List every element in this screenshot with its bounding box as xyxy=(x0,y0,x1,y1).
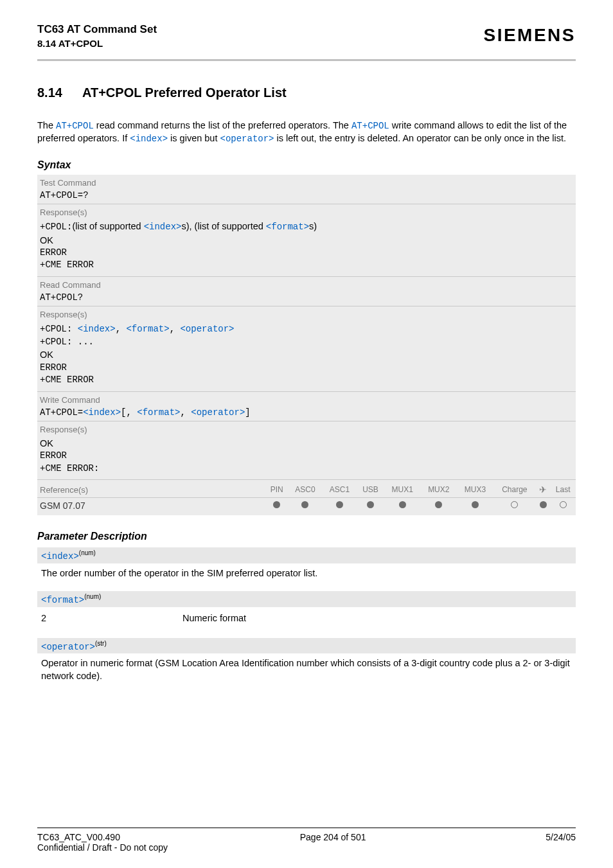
reference-table: Reference(s) PIN ASC0 ASC1 USB MUX1 MUX2… xyxy=(37,482,576,513)
col-airplane-icon: ✈ xyxy=(536,482,550,498)
parameter-description-heading: Parameter Description xyxy=(37,531,576,542)
write-command-block: Write Command AT+CPOL=<index>[, <format>… xyxy=(37,392,576,421)
format-val: Numeric format xyxy=(182,612,246,625)
token-format[interactable]: <format> xyxy=(137,407,180,418)
col-last: Last xyxy=(550,482,576,498)
col-asc1: ASC1 xyxy=(323,482,357,498)
dot-asc0 xyxy=(288,498,322,514)
reference-value-row: GSM 07.07 xyxy=(37,498,576,514)
label-read-command: Read Command xyxy=(37,279,576,291)
token-index[interactable]: <index> xyxy=(144,222,182,232)
footer-divider xyxy=(37,828,576,828)
test-command: AT+CPOL=? xyxy=(37,189,576,202)
reference-block: Reference(s) PIN ASC0 ASC1 USB MUX1 MUX2… xyxy=(37,480,576,515)
col-charge: Charge xyxy=(493,482,536,498)
dot-filled-icon xyxy=(399,501,406,508)
read-response: +CPOL: <index>, <format>, <operator> +CP… xyxy=(37,321,576,389)
test-response-block: Response(s) +CPOL:(list of supported <in… xyxy=(37,204,576,277)
token-format[interactable]: <format> xyxy=(126,324,169,334)
footer-confidential: Confidential / Draft - Do not copy xyxy=(37,842,576,853)
col-pin: PIN xyxy=(265,482,288,498)
footer-left: TC63_ATC_V00.490 xyxy=(37,832,120,842)
param-operator-desc: Operator in numeric format (GSM Location… xyxy=(37,656,576,689)
col-asc0: ASC0 xyxy=(288,482,322,498)
doc-title: TC63 AT Command Set xyxy=(37,22,157,37)
token-operator[interactable]: <operator> xyxy=(180,324,234,334)
type-str: (str) xyxy=(95,640,107,647)
col-usb: USB xyxy=(357,482,384,498)
dot-mux3 xyxy=(457,498,493,514)
token-index[interactable]: <index> xyxy=(78,324,116,334)
write-response: OK ERROR +CME ERROR: xyxy=(37,436,576,477)
syntax-heading: Syntax xyxy=(37,159,576,171)
token-format[interactable]: <format> xyxy=(41,595,84,605)
token-format[interactable]: <format> xyxy=(266,222,309,232)
section-title: AT+CPOL Preferred Operator List xyxy=(82,85,287,100)
dot-filled-icon xyxy=(472,501,479,508)
dot-filled-icon xyxy=(301,501,308,508)
token-index[interactable]: <index> xyxy=(83,407,121,418)
reference-value: GSM 07.07 xyxy=(37,498,265,514)
dot-pin xyxy=(265,498,288,514)
read-response-block: Response(s) +CPOL: <index>, <format>, <o… xyxy=(37,306,576,392)
token-operator[interactable]: <operator> xyxy=(41,641,95,651)
param-format-header: <format>(num) xyxy=(37,591,576,607)
token-index[interactable]: <index> xyxy=(130,134,168,144)
read-command-block: Read Command AT+CPOL? xyxy=(37,277,576,306)
write-response-block: Response(s) OK ERROR +CME ERROR: xyxy=(37,421,576,480)
page-header: TC63 AT Command Set 8.14 AT+CPOL SIEMENS xyxy=(37,22,576,57)
param-index-header: <index>(num) xyxy=(37,547,576,563)
dot-mux1 xyxy=(384,498,421,514)
link-atcpol[interactable]: AT+CPOL xyxy=(351,121,389,131)
dot-usb xyxy=(357,498,384,514)
token-index[interactable]: <index> xyxy=(41,551,79,562)
dot-asc1 xyxy=(323,498,357,514)
dot-filled-icon xyxy=(336,501,343,508)
reference-header-row: Reference(s) PIN ASC0 ASC1 USB MUX1 MUX2… xyxy=(37,482,576,498)
section-heading: 8.14AT+CPOL Preferred Operator List xyxy=(37,85,576,100)
token-operator[interactable]: <operator> xyxy=(220,134,274,144)
footer-center: Page 204 of 501 xyxy=(300,832,366,842)
brand-logo: SIEMENS xyxy=(483,25,576,46)
link-atcpol[interactable]: AT+CPOL xyxy=(56,121,94,131)
token-operator[interactable]: <operator> xyxy=(191,407,245,418)
label-responses: Response(s) xyxy=(37,206,576,218)
reference-label: Reference(s) xyxy=(37,482,265,498)
doc-subtitle: 8.14 AT+CPOL xyxy=(37,37,157,50)
page: TC63 AT Command Set 8.14 AT+CPOL SIEMENS… xyxy=(0,0,613,868)
test-command-block: Test Command AT+CPOL=? xyxy=(37,175,576,204)
header-left: TC63 AT Command Set 8.14 AT+CPOL xyxy=(37,22,157,50)
col-mux2: MUX2 xyxy=(421,482,458,498)
param-format-row: 2 Numeric format xyxy=(37,610,576,633)
dot-filled-icon xyxy=(435,501,442,508)
dot-filled-icon xyxy=(273,501,280,508)
syntax-box: Test Command AT+CPOL=? Response(s) +CPOL… xyxy=(37,175,576,515)
header-divider xyxy=(37,59,576,61)
section-number: 8.14 xyxy=(37,85,82,100)
label-test-command: Test Command xyxy=(37,177,576,189)
dot-open-icon xyxy=(511,501,518,508)
dot-filled-icon xyxy=(367,501,374,508)
label-responses: Response(s) xyxy=(37,423,576,436)
param-operator-header: <operator>(str) xyxy=(37,638,576,654)
write-command: AT+CPOL=<index>[, <format>, <operator>] xyxy=(37,406,576,419)
intro-paragraph: The AT+CPOL read command returns the lis… xyxy=(37,120,576,145)
type-num: (num) xyxy=(84,593,101,600)
label-write-command: Write Command xyxy=(37,394,576,406)
test-response: +CPOL:(list of supported <index>s), (lis… xyxy=(37,218,576,274)
param-index-desc: The order number of the operator in the … xyxy=(37,566,576,587)
type-num: (num) xyxy=(79,549,96,556)
footer-right: 5/24/05 xyxy=(546,832,576,842)
format-key: 2 xyxy=(41,612,182,625)
col-mux3: MUX3 xyxy=(457,482,493,498)
dot-airplane xyxy=(536,498,550,514)
dot-open-icon xyxy=(560,501,567,508)
page-footer: TC63_ATC_V00.490 Page 204 of 501 5/24/05… xyxy=(37,823,576,853)
label-responses: Response(s) xyxy=(37,308,576,321)
col-mux1: MUX1 xyxy=(384,482,421,498)
dot-mux2 xyxy=(421,498,458,514)
read-command: AT+CPOL? xyxy=(37,291,576,304)
dot-charge xyxy=(493,498,536,514)
dot-filled-icon xyxy=(540,501,547,508)
dot-last xyxy=(550,498,576,514)
